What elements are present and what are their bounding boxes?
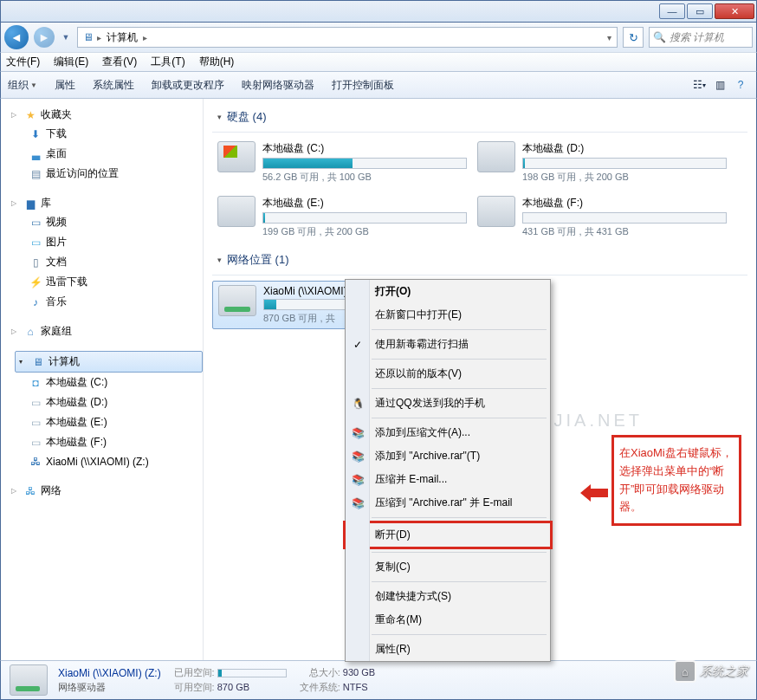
thunder-icon: ⚡ <box>29 275 42 289</box>
help-button[interactable]: ? <box>732 76 749 94</box>
search-icon: 🔍 <box>653 31 666 43</box>
maximize-button[interactable]: ▭ <box>687 3 713 19</box>
sidebar-item-pictures[interactable]: ▭图片 <box>11 232 203 252</box>
menu-edit[interactable]: 编辑(E) <box>54 55 88 69</box>
drive-e[interactable]: 本地磁盘 (E:) 199 GB 可用 , 共 200 GB <box>212 192 472 242</box>
menu-tools[interactable]: 工具(T) <box>151 55 184 69</box>
preview-pane-button[interactable]: ▥ <box>711 76 728 94</box>
ctx-separator <box>372 552 547 553</box>
menu-view[interactable]: 查看(V) <box>102 55 137 69</box>
ctx-compress-rar-email[interactable]: 📚压缩到 "Archive.rar" 并 E-mail <box>346 491 550 515</box>
music-icon: ♪ <box>29 295 42 309</box>
nav-history-dropdown[interactable]: ▼ <box>60 33 72 42</box>
details-title: XiaoMi (\\XIAOMI) (Z:) <box>58 667 161 679</box>
ctx-disconnect[interactable]: 断开(D) <box>346 523 550 547</box>
ctx-separator <box>372 329 547 330</box>
search-input[interactable]: 🔍 搜索 计算机 <box>649 27 753 48</box>
command-bar: 组织 ▼ 属性 系统属性 卸载或更改程序 映射网络驱动器 打开控制面板 ☷ ▾ … <box>0 71 757 99</box>
nav-back-button[interactable]: ◄ <box>4 25 29 49</box>
ctx-properties[interactable]: 属性(R) <box>346 638 550 661</box>
ctx-separator <box>372 388 547 389</box>
view-options-button[interactable]: ☷ ▾ <box>690 76 708 94</box>
usage-bar <box>262 158 467 169</box>
refresh-button[interactable]: ↻ <box>623 27 644 48</box>
drive-f[interactable]: 本地磁盘 (F:) 431 GB 可用 , 共 431 GB <box>472 192 732 242</box>
star-icon: ★ <box>23 108 37 122</box>
recent-icon: ▤ <box>29 167 42 181</box>
drive-avail: 431 GB 可用 , 共 431 GB <box>522 225 727 238</box>
organize-button[interactable]: 组织 ▼ <box>8 78 37 93</box>
computer-icon: 🖥 <box>31 355 45 369</box>
download-icon: ⬇ <box>29 127 42 141</box>
toolbar-control-panel[interactable]: 打开控制面板 <box>332 78 394 93</box>
homegroup-icon: ⌂ <box>23 325 37 339</box>
close-button[interactable]: ✕ <box>715 3 754 19</box>
sidebar-item-music[interactable]: ♪音乐 <box>11 292 203 312</box>
nav-forward-button[interactable]: ► <box>34 27 55 48</box>
library-icon: ▆ <box>23 197 37 211</box>
sidebar-libraries-header[interactable]: ▷▆库 <box>11 194 203 212</box>
details-fs-value: NTFS <box>343 682 368 692</box>
ctx-restore-version[interactable]: 还原以前的版本(V) <box>346 362 550 386</box>
ctx-scan[interactable]: ✓使用新毒霸进行扫描 <box>346 333 550 356</box>
usage-bar <box>262 212 467 224</box>
drive-c[interactable]: 本地磁盘 (C:) 56.2 GB 可用 , 共 100 GB <box>212 138 472 187</box>
ctx-qq-send[interactable]: 🐧通过QQ发送到我的手机 <box>346 392 550 415</box>
sidebar-item-drive-z[interactable]: 🖧XiaoMi (\\XIAOMI) (Z:) <box>11 452 203 471</box>
toolbar-map-drive[interactable]: 映射网络驱动器 <box>242 78 314 93</box>
menu-file[interactable]: 文件(F) <box>6 55 40 69</box>
ctx-separator <box>372 359 547 360</box>
drive-d[interactable]: 本地磁盘 (D:) 198 GB 可用 , 共 200 GB <box>472 138 732 187</box>
drive-title: 本地磁盘 (D:) <box>522 141 727 156</box>
desktop-icon: ▃ <box>29 147 42 161</box>
sidebar-network-header[interactable]: ▷🖧网络 <box>11 482 203 500</box>
drive-icon: ▭ <box>29 416 42 430</box>
address-bar[interactable]: 🖥 ▸ 计算机 ▸ ▾ <box>77 27 618 48</box>
details-avail-label: 可用空间: <box>171 681 215 694</box>
sidebar-item-drive-f[interactable]: ▭本地磁盘 (F:) <box>11 432 203 452</box>
sidebar-homegroup-header[interactable]: ▷⌂家庭组 <box>11 322 203 340</box>
address-dropdown-icon[interactable]: ▾ <box>605 33 613 42</box>
drive-icon <box>477 196 515 227</box>
navigation-pane: ▷★收藏夹 ⬇下载 ▃桌面 ▤最近访问的位置 ▷▆库 ▭视频 ▭图片 ▯文档 ⚡… <box>1 99 204 660</box>
minimize-button[interactable]: — <box>659 3 685 19</box>
ctx-open-new-window[interactable]: 在新窗口中打开(E) <box>346 303 550 327</box>
ctx-add-archive-rar[interactable]: 📚添加到 "Archive.rar"(T) <box>346 444 550 468</box>
sidebar-favorites-header[interactable]: ▷★收藏夹 <box>11 106 203 124</box>
ctx-copy[interactable]: 复制(C) <box>346 555 550 579</box>
details-total-label: 总大小: <box>297 666 340 679</box>
group-header-hdd[interactable]: ▾硬盘 (4) <box>212 104 747 133</box>
breadcrumb-sep: ▸ <box>141 33 149 42</box>
sidebar-computer-header[interactable]: ▾🖥计算机 <box>15 351 203 373</box>
sidebar-item-downloads[interactable]: ⬇下载 <box>11 124 203 144</box>
ctx-open[interactable]: 打开(O) <box>346 280 550 303</box>
group-header-network[interactable]: ▾网络位置 (1) <box>212 247 747 275</box>
breadcrumb-computer[interactable]: 计算机 <box>103 29 141 47</box>
sidebar-item-desktop[interactable]: ▃桌面 <box>11 144 203 164</box>
ctx-rename[interactable]: 重命名(M) <box>346 608 550 632</box>
sidebar-item-drive-d[interactable]: ▭本地磁盘 (D:) <box>11 392 203 412</box>
sidebar-item-videos[interactable]: ▭视频 <box>11 212 203 232</box>
sidebar-item-drive-e[interactable]: ▭本地磁盘 (E:) <box>11 412 203 432</box>
details-pane: XiaoMi (\\XIAOMI) (Z:) 网络驱动器 已用空间: 可用空间:… <box>0 660 757 700</box>
details-used-label: 已用空间: <box>171 666 215 679</box>
sidebar-item-documents[interactable]: ▯文档 <box>11 252 203 272</box>
drive-icon: ▭ <box>29 396 42 410</box>
usage-bar <box>522 212 727 224</box>
qq-icon: 🐧 <box>351 397 365 411</box>
toolbar-uninstall[interactable]: 卸载或更改程序 <box>152 78 224 93</box>
drive-title: 本地磁盘 (C:) <box>262 141 467 156</box>
toolbar-system-properties[interactable]: 系统属性 <box>93 78 134 93</box>
ctx-create-shortcut[interactable]: 创建快捷方式(S) <box>346 585 550 608</box>
details-total-value: 930 GB <box>343 667 375 677</box>
sidebar-computer: ▾🖥计算机 ◘本地磁盘 (C:) ▭本地磁盘 (D:) ▭本地磁盘 (E:) ▭… <box>11 351 203 471</box>
sidebar-item-thunder[interactable]: ⚡迅雷下载 <box>11 272 203 292</box>
toolbar-properties[interactable]: 属性 <box>55 78 75 93</box>
sidebar-item-recent[interactable]: ▤最近访问的位置 <box>11 164 203 184</box>
drive-avail: 56.2 GB 可用 , 共 100 GB <box>262 171 467 184</box>
ctx-add-archive[interactable]: 📚添加到压缩文件(A)... <box>346 421 550 444</box>
sidebar-item-drive-c[interactable]: ◘本地磁盘 (C:) <box>11 373 203 392</box>
ctx-compress-email[interactable]: 📚压缩并 E-mail... <box>346 468 550 491</box>
menu-help[interactable]: 帮助(H) <box>199 55 235 69</box>
drive-title: 本地磁盘 (F:) <box>522 196 727 211</box>
